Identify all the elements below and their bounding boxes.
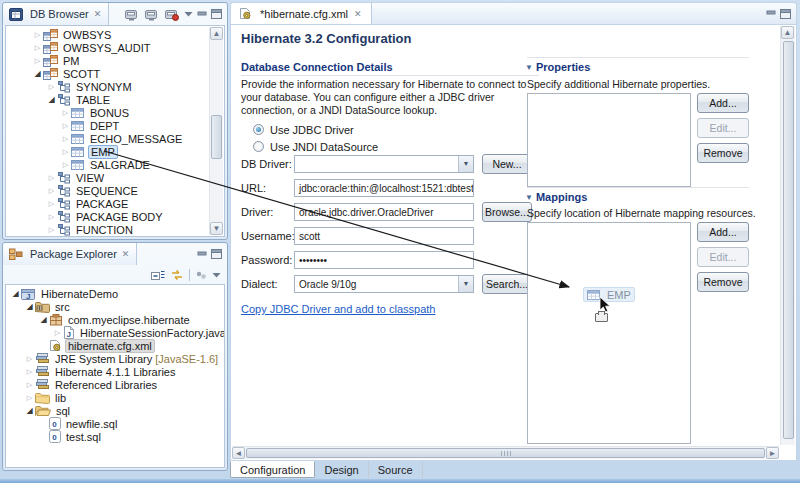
tree-item-emp[interactable]: ▷EMP: [6, 145, 208, 158]
radio-use-jndi-datasource[interactable]: Use JNDI DataSource: [253, 140, 378, 153]
scrollbar-thumb[interactable]: [246, 448, 765, 458]
tree-item-hibernatedemo[interactable]: ◢JHibernateDemo: [6, 287, 208, 300]
tree-item-table[interactable]: ◢TABLE: [6, 93, 208, 106]
tab-db-browser[interactable]: DB Browser ✕: [3, 3, 109, 25]
expand-arrow-icon[interactable]: ▷: [60, 132, 71, 145]
menu-chevron-icon[interactable]: [184, 11, 193, 17]
expand-arrow-icon[interactable]: ◢: [46, 93, 57, 106]
expand-arrow-icon[interactable]: ▷: [46, 210, 57, 223]
driver-input[interactable]: oracle.jdbc.driver.OracleDriver: [294, 203, 474, 221]
new-button[interactable]: New...: [482, 154, 532, 174]
expand-arrow-icon[interactable]: ▷: [46, 184, 57, 197]
expand-arrow-icon[interactable]: ▷: [32, 41, 43, 54]
scroll-down-icon[interactable]: ▼: [210, 222, 223, 235]
tab-design[interactable]: Design: [315, 461, 368, 478]
expand-arrow-icon[interactable]: ▷: [52, 326, 63, 339]
properties-list[interactable]: [527, 93, 691, 187]
expand-arrow-icon[interactable]: ▷: [24, 378, 35, 391]
tree-item-hibernatecfgxml[interactable]: hibernate.cfg.xml: [6, 339, 208, 352]
scrollbar-thumb[interactable]: [211, 115, 222, 159]
tree-item-package[interactable]: ▷PACKAGE: [6, 197, 208, 210]
username-input[interactable]: scott: [294, 227, 474, 245]
tree-item-package-body[interactable]: ▷PACKAGE BODY: [6, 210, 208, 223]
tree-item-commyeclipsehibernate[interactable]: ◢com.myeclipse.hibernate: [6, 313, 208, 326]
new-connection-icon[interactable]: [144, 8, 160, 21]
mappings-remove-button[interactable]: Remove: [697, 272, 749, 292]
minimize-icon[interactable]: [197, 250, 207, 259]
view-menu-icon[interactable]: [195, 270, 207, 280]
dropdown-arrow-icon[interactable]: ▼: [458, 276, 473, 292]
expand-arrow-icon[interactable]: ▷: [60, 106, 71, 119]
minimize-icon[interactable]: [197, 10, 207, 19]
properties-remove-button[interactable]: Remove: [697, 143, 749, 163]
tree-item-owbsys-audit[interactable]: ▷OWBSYS_AUDIT: [6, 41, 208, 54]
horizontal-scrollbar[interactable]: ◄ ►: [232, 446, 779, 459]
tree-item-function[interactable]: ▷FUNCTION: [6, 223, 208, 236]
tree-item-lib[interactable]: ▷lib: [6, 391, 208, 404]
tree-item-salgrade[interactable]: ▷SALGRADE: [6, 158, 208, 171]
expand-arrow-icon[interactable]: ▷: [46, 171, 57, 184]
mappings-section-header[interactable]: ▼ Mappings: [525, 191, 587, 203]
tree-item-jre-system-library[interactable]: ▷JRE System Library[JavaSE-1.6]: [6, 352, 208, 365]
expand-arrow-icon[interactable]: ▷: [60, 145, 71, 158]
expand-arrow-icon[interactable]: ▷: [24, 391, 35, 404]
tree-item-sequence[interactable]: ▷SEQUENCE: [6, 184, 208, 197]
maximize-icon[interactable]: [211, 9, 222, 19]
tree-item-echo-message[interactable]: ▷ECHO_MESSAGE: [6, 132, 208, 145]
close-icon[interactable]: ✕: [353, 9, 363, 19]
tree-item-sql[interactable]: ◢sql: [6, 404, 208, 417]
tree-item-view[interactable]: ▷VIEW: [6, 171, 208, 184]
close-icon[interactable]: ✕: [121, 249, 131, 259]
mappings-list[interactable]: EMP: [527, 222, 691, 444]
mappings-add-button[interactable]: Add...: [697, 222, 749, 242]
expand-arrow-icon[interactable]: ◢: [10, 287, 21, 300]
expand-arrow-icon[interactable]: ▷: [60, 119, 71, 132]
minimize-icon[interactable]: [766, 9, 776, 18]
collapse-twisty-icon[interactable]: ▼: [525, 63, 533, 72]
expand-arrow-icon[interactable]: ◢: [32, 67, 43, 80]
tree-item-hibernate-411-libraries[interactable]: ▷Hibernate 4.1.1 Libraries: [6, 365, 208, 378]
maximize-icon[interactable]: [780, 9, 791, 19]
scrollbar-thumb[interactable]: [783, 41, 794, 439]
expand-arrow-icon[interactable]: ▷: [46, 197, 57, 210]
dialect-select[interactable]: Oracle 9/10g▼: [294, 275, 474, 293]
tab-source[interactable]: Source: [369, 461, 423, 478]
maximize-icon[interactable]: [211, 249, 222, 259]
close-connection-icon[interactable]: [164, 8, 180, 21]
collapse-all-icon[interactable]: [151, 269, 165, 281]
expand-arrow-icon[interactable]: ◢: [38, 313, 49, 326]
expand-arrow-icon[interactable]: ▷: [46, 80, 57, 93]
tree-item-hibernatesessionfactoryjava[interactable]: ▷JHibernateSessionFactory.java: [6, 326, 208, 339]
properties-section-header[interactable]: ▼ Properties: [525, 61, 590, 73]
search-button[interactable]: Search...: [482, 274, 532, 294]
expand-arrow-icon[interactable]: ▷: [32, 54, 43, 67]
db-driver-select[interactable]: ▼: [294, 155, 474, 173]
close-icon[interactable]: ✕: [93, 9, 103, 19]
link-with-editor-icon[interactable]: [170, 269, 184, 281]
tree-item-synonym[interactable]: ▷SYNONYM: [6, 80, 208, 93]
expand-arrow-icon[interactable]: ▷: [60, 158, 71, 171]
tree-item-pm[interactable]: ▷PM: [6, 54, 208, 67]
tab-hibernate-cfg-xml[interactable]: *hibernate.cfg.xml ✕: [231, 3, 372, 24]
tree-item-owbsys[interactable]: ▷OWBSYS: [6, 28, 208, 41]
tree-item-src[interactable]: ◢src: [6, 300, 208, 313]
expand-arrow-icon[interactable]: ▷: [32, 28, 43, 41]
expand-arrow-icon[interactable]: ▷: [46, 223, 57, 236]
tab-configuration[interactable]: Configuration: [230, 461, 315, 478]
expand-arrow-icon[interactable]: ◢: [24, 404, 35, 417]
menu-chevron-icon[interactable]: [212, 272, 221, 278]
tree-item-dept[interactable]: ▷DEPT: [6, 119, 208, 132]
radio-button-icon[interactable]: [253, 141, 264, 152]
tree-item-scott[interactable]: ◢SCOTT: [6, 67, 208, 80]
expand-arrow-icon[interactable]: ▷: [24, 352, 35, 365]
open-connection-icon[interactable]: [124, 8, 140, 21]
tab-package-explorer[interactable]: Package Explorer ✕: [3, 243, 137, 265]
tree-item-bonus[interactable]: ▷BONUS: [6, 106, 208, 119]
tree-item-testsql[interactable]: 0test.sql: [6, 430, 208, 443]
tree-item-newfilesql[interactable]: 0newfile.sql: [6, 417, 208, 430]
vertical-scrollbar[interactable]: ▲: [780, 26, 795, 445]
url-input[interactable]: jdbc:oracle:thin:@localhost:1521:dbtest: [294, 179, 474, 197]
copy-jdbc-driver-link[interactable]: Copy JDBC Driver and add to classpath: [241, 303, 435, 315]
vertical-scrollbar[interactable]: ▲ ▼: [209, 27, 223, 235]
scroll-up-icon[interactable]: ▲: [781, 26, 794, 39]
